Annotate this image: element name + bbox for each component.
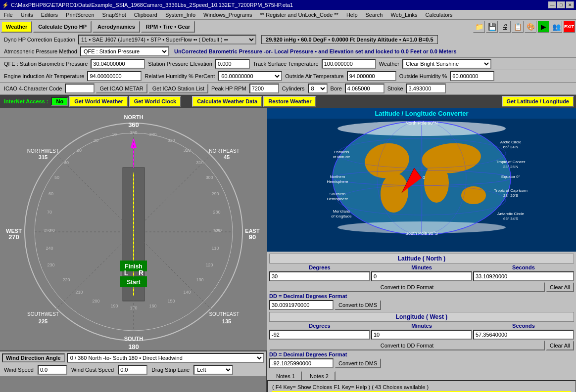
svg-text:320: 320: [183, 148, 191, 153]
lat-dd-row: Convert to DMS: [269, 300, 574, 310]
menu-windows[interactable]: Windows_Programs: [201, 11, 254, 18]
lat-convert-dms-button[interactable]: Convert to DMS: [335, 300, 381, 310]
menu-weblinks[interactable]: Web_Links: [388, 11, 419, 18]
lat-deg-input[interactable]: [269, 271, 370, 281]
lat-sec-header: Seconds: [473, 264, 574, 270]
longitude-title: Longitude ( West ): [269, 312, 574, 322]
lon-dd-input[interactable]: [269, 358, 334, 368]
lat-sec-input[interactable]: [473, 271, 574, 281]
bore-value[interactable]: [345, 84, 384, 93]
users-icon[interactable]: 👥: [550, 21, 562, 33]
svg-text:Meridians: Meridians: [333, 209, 350, 214]
print-icon[interactable]: 🖨: [499, 21, 511, 33]
cylinders-dropdown[interactable]: 8: [308, 84, 328, 93]
track-value[interactable]: [322, 59, 376, 69]
outside-humidity-value[interactable]: [450, 71, 494, 81]
stroke-value[interactable]: [406, 84, 446, 93]
atmospheric-dropdown[interactable]: QFE : Station Pressure: [80, 46, 169, 56]
copy-icon[interactable]: 📋: [512, 21, 524, 33]
correction-dropdown[interactable]: 11 • SAE J607 (June1974) • STP • SuperFl…: [78, 35, 256, 44]
rh-dropdown[interactable]: 60.00000000: [218, 71, 282, 81]
wind-direction-row: Wind Direction Angle 0 / 360 North -to- …: [2, 352, 264, 363]
menu-sysinfo[interactable]: System_Info: [163, 11, 197, 18]
play-icon[interactable]: ▶: [537, 21, 549, 33]
calc-weather-button[interactable]: Calculate Weather Data: [192, 96, 262, 107]
lat-long-button[interactable]: Get Latitude / Longitude: [502, 96, 575, 107]
svg-text:360: 360: [128, 121, 139, 129]
get-metar-button[interactable]: Get ICAO METAR: [96, 84, 147, 93]
correction-label: Dyno HP Correction Equation: [2, 37, 77, 43]
lon-headers: Degrees Minutes Seconds: [269, 323, 574, 329]
rpm-tire-gear-button[interactable]: RPM • Tire • Gear: [141, 21, 195, 33]
weather-button[interactable]: Weather: [1, 21, 32, 33]
lon-sec-input[interactable]: [473, 330, 574, 340]
wind-info-bar: Wind Direction Angle 0 / 360 North -to- …: [0, 350, 266, 376]
svg-text:110: 110: [211, 246, 219, 251]
svg-text:0: 0: [423, 175, 425, 180]
svg-text:340: 340: [149, 132, 156, 137]
menu-register[interactable]: ** Register and UnLock_Code **: [258, 11, 340, 18]
wind-gust-input[interactable]: [118, 365, 147, 375]
uncorrected-label: UnCorrected Barometric Pressure -or- Loc…: [174, 48, 457, 54]
wind-speed-input[interactable]: [38, 365, 67, 375]
peak-rpm-value[interactable]: [249, 84, 279, 93]
menu-printscreen[interactable]: PrintScreen: [64, 11, 96, 18]
lat-min-input[interactable]: [371, 271, 472, 281]
elev-label: Station Pressure Elevation: [146, 61, 214, 67]
main-content: NORTH 360 SOUTH 180 EAST 90 WEST 270 NOR…: [0, 108, 576, 392]
menu-file[interactable]: File: [2, 11, 15, 18]
maximize-button[interactable]: □: [557, 1, 565, 8]
svg-text:NORTHEAST: NORTHEAST: [209, 148, 240, 154]
menu-search[interactable]: Search: [364, 11, 385, 18]
lat-clear-button[interactable]: Clear All: [546, 282, 574, 292]
lat-convert-dd-button[interactable]: Convert to DD Format: [269, 282, 545, 292]
lon-min-input[interactable]: [371, 330, 472, 340]
world-weather-button[interactable]: Get World Weather: [69, 96, 128, 107]
restore-weather-button[interactable]: Restore Weather: [263, 96, 316, 107]
folder-icon[interactable]: 📁: [473, 21, 485, 33]
lon-min-header: Minutes: [371, 323, 472, 329]
weather-dropdown[interactable]: Clear Bright Sunshine: [402, 59, 491, 69]
icao-label: ICAO 4-Character Code: [2, 86, 64, 91]
world-clock-button[interactable]: Get World Clock: [129, 96, 181, 107]
lat-dd-input[interactable]: [269, 300, 334, 310]
notes1-tab[interactable]: Notes 1: [269, 371, 302, 380]
minimize-button[interactable]: —: [548, 1, 556, 8]
menu-help[interactable]: Help: [344, 11, 360, 18]
svg-text:45: 45: [224, 154, 230, 160]
get-station-button[interactable]: Get ICAO Station List: [148, 84, 208, 93]
palette-icon[interactable]: 🎨: [525, 21, 536, 33]
menu-calculators[interactable]: Calculators: [424, 11, 455, 18]
wind-direction-dropdown[interactable]: 0 / 360 North -to- South 180 • Direct He…: [67, 353, 264, 363]
menu-clipboard[interactable]: Clipboard: [132, 11, 159, 18]
menu-units[interactable]: Units: [19, 11, 35, 18]
menu-editors[interactable]: Editors: [39, 11, 60, 18]
notes2-tab[interactable]: Notes 2: [303, 371, 336, 380]
bore-label: Bore: [329, 86, 344, 91]
menu-snapshot[interactable]: SnapShot: [100, 11, 128, 18]
title-text: C:\MaxPBHP8G\ETAPRO1\Data\Example_SSIA_1…: [11, 2, 293, 8]
svg-text:140: 140: [183, 290, 191, 295]
svg-text:SOUTHEAST: SOUTHEAST: [209, 311, 239, 317]
lon-sec-header: Seconds: [473, 323, 574, 329]
close-button[interactable]: ✕: [566, 1, 574, 8]
svg-text:290: 290: [211, 191, 219, 196]
aerodynamics-button[interactable]: Aerodynamics: [93, 21, 140, 33]
lon-convert-dd-button[interactable]: Convert to DD Format: [269, 341, 545, 350]
svg-text:Equator 0°: Equator 0°: [501, 174, 520, 179]
lon-clear-button[interactable]: Clear All: [546, 341, 574, 350]
icao-input[interactable]: [65, 84, 95, 93]
dyno-hp-button[interactable]: Calculate Dyno HP: [33, 21, 92, 33]
lon-convert-dms-button[interactable]: Convert to DMS: [335, 358, 381, 368]
svg-text:230: 230: [47, 262, 54, 267]
air-temp-value[interactable]: [87, 71, 142, 81]
qfe-value[interactable]: [91, 59, 145, 69]
svg-text:190: 190: [110, 304, 118, 308]
svg-text:Antarctic Circle: Antarctic Circle: [497, 212, 524, 216]
save-icon[interactable]: 💾: [486, 21, 498, 33]
exit-icon[interactable]: EXIT: [563, 21, 575, 33]
outside-air-value[interactable]: [347, 71, 396, 81]
drag-lane-dropdown[interactable]: Left: [193, 365, 233, 375]
lon-deg-input[interactable]: [269, 330, 370, 340]
elev-value[interactable]: [215, 59, 250, 69]
